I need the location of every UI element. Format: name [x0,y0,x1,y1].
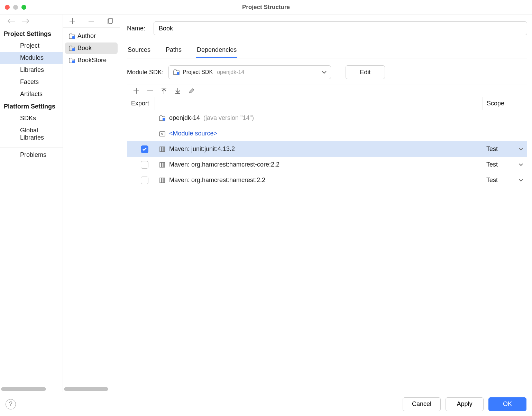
scope-dropdown[interactable]: Test [482,161,527,168]
modules-panel: Author Book BookStore [63,15,120,392]
scope-dropdown[interactable]: Test [482,145,527,153]
dependency-row-hamcrest[interactable]: Maven: org.hamcrest:hamcrest:2.2 Test [127,172,527,188]
export-checkbox[interactable] [141,161,148,169]
svg-rect-12 [162,162,163,167]
project-settings-heading: Project Settings [0,28,63,40]
dep-name: Maven: junit:junit:4.13.2 [169,145,235,153]
sdk-detail: openjdk-14 [217,69,244,75]
dep-name: Maven: org.hamcrest:hamcrest:2.2 [169,177,265,184]
svg-rect-16 [163,178,165,183]
tab-paths[interactable]: Paths [165,44,182,58]
edit-icon[interactable] [189,88,195,94]
col-scope[interactable]: Scope [482,97,527,110]
sdk-value: Project SDK [183,69,213,75]
module-name-input[interactable] [154,21,527,35]
sidebar-scrollbar[interactable] [1,387,46,391]
module-icon [173,69,180,76]
svg-rect-10 [163,147,165,152]
svg-rect-5 [163,118,165,121]
move-down-icon[interactable] [175,88,181,94]
module-item-bookstore[interactable]: BookStore [65,55,118,66]
module-icon [68,57,75,64]
dependencies-toolbar [127,85,527,97]
sidebar-item-problems[interactable]: Problems [0,149,63,161]
dep-name: <Module source> [169,130,217,137]
module-label: Author [77,32,96,40]
nav-arrows [0,15,63,28]
back-icon[interactable] [8,18,15,24]
add-icon[interactable] [133,88,139,94]
svg-rect-4 [177,72,179,75]
dependency-row-module-source[interactable]: <Module source> [127,126,527,141]
add-icon[interactable] [69,18,75,24]
window-controls [0,5,26,10]
sidebar-item-artifacts[interactable]: Artifacts [0,88,63,100]
svg-rect-15 [162,178,163,183]
modules-scrollbar[interactable] [64,387,108,391]
ok-button[interactable]: OK [488,397,526,411]
forward-icon[interactable] [21,18,29,24]
col-export[interactable]: Export [127,97,155,110]
details-panel: Name: Sources Paths Dependencies Module … [120,15,532,392]
sidebar-item-global-libraries[interactable]: Global Libraries [0,124,63,144]
dependency-row-junit[interactable]: Maven: junit:junit:4.13.2 Test [127,141,527,157]
export-checkbox[interactable] [141,177,148,184]
tab-sources[interactable]: Sources [127,44,151,58]
module-sdk-dropdown[interactable]: Project SDK openjdk-14 [168,65,331,79]
svg-rect-0 [109,18,112,23]
svg-rect-11 [160,162,161,167]
remove-icon[interactable] [147,88,153,94]
main-content: Project Settings Project Modules Librari… [0,15,532,392]
minimize-window-button[interactable] [13,5,18,10]
chevron-down-icon [322,70,327,74]
help-button[interactable]: ? [6,399,16,409]
platform-settings-heading: Platform Settings [0,100,63,112]
module-label: BookStore [77,57,107,64]
module-icon [68,33,75,40]
chevron-down-icon [519,163,523,166]
module-list: Author Book BookStore [63,28,120,67]
dependencies-rows: openjdk-14 (java version "14") <Module s… [127,110,527,392]
window-title: Project Structure [242,4,290,11]
svg-rect-8 [160,147,161,152]
module-icon [68,45,75,52]
svg-rect-3 [72,60,75,63]
module-icon [159,115,166,122]
sidebar-item-libraries[interactable]: Libraries [0,64,63,76]
dep-name: openjdk-14 [169,114,200,122]
chevron-down-icon [519,148,523,151]
module-item-book[interactable]: Book [65,42,118,54]
dependency-row-sdk[interactable]: openjdk-14 (java version "14") [127,110,527,126]
sidebar-item-project[interactable]: Project [0,40,63,52]
scope-dropdown[interactable]: Test [482,177,527,184]
sidebar-item-modules[interactable]: Modules [0,52,63,64]
module-sdk-label: Module SDK: [127,69,164,76]
dependency-row-hamcrest-core[interactable]: Maven: org.hamcrest:hamcrest-core:2.2 Te… [127,157,527,172]
export-checkbox[interactable] [141,145,148,153]
copy-icon[interactable] [107,18,113,24]
close-window-button[interactable] [5,5,10,10]
apply-button[interactable]: Apply [446,397,484,411]
remove-icon[interactable] [88,18,94,24]
scope-value: Test [486,145,498,153]
folder-icon [159,130,166,137]
tab-dependencies[interactable]: Dependencies [196,44,237,58]
cancel-button[interactable]: Cancel [403,397,441,411]
dep-name: Maven: org.hamcrest:hamcrest-core:2.2 [169,161,279,168]
library-icon [159,177,166,184]
svg-rect-13 [163,162,165,167]
svg-rect-2 [72,48,75,51]
sidebar-item-sdks[interactable]: SDKs [0,112,63,124]
modules-toolbar [63,15,120,28]
sidebar-item-facets[interactable]: Facets [0,76,63,88]
module-item-author[interactable]: Author [65,30,118,42]
scope-value: Test [486,177,498,184]
library-icon [159,146,166,153]
move-up-icon[interactable] [161,88,167,94]
edit-sdk-button[interactable]: Edit [346,65,385,79]
svg-point-7 [162,133,163,134]
module-label: Book [77,45,92,52]
svg-rect-1 [72,36,75,39]
scope-value: Test [486,161,498,168]
maximize-window-button[interactable] [21,5,26,10]
